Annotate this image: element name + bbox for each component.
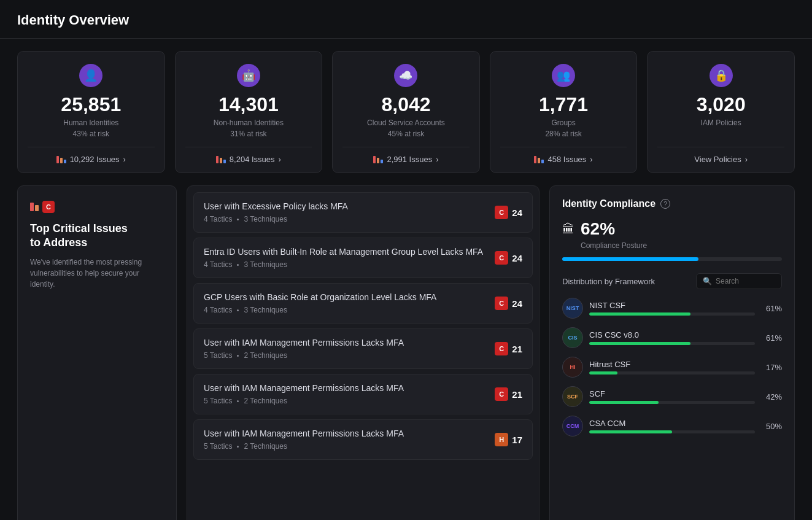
severity-badge: C [495, 206, 508, 219]
issue-meta: 4 Tactics 3 Techniques [204, 306, 495, 314]
framework-info-cis: CIS CSC v8.0 [589, 330, 755, 345]
issue-title: GCP Users with Basic Role at Organizatio… [204, 292, 495, 302]
framework-item-cis[interactable]: CIS CIS CSC v8.0 61% [562, 327, 782, 348]
issue-item[interactable]: GCP Users with Basic Role at Organizatio… [193, 283, 533, 324]
stat-issues-label-human: 10,292 Issues [70, 155, 120, 164]
issue-item[interactable]: User with IAM Management Permissions Lac… [193, 419, 533, 460]
issues-panel: User with Excessive Policy lacks MFA 4 T… [187, 185, 539, 520]
dot-icon [237, 219, 239, 220]
issue-techniques: 2 Techniques [244, 442, 287, 451]
framework-item-nist[interactable]: NIST NIST CSF 61% [562, 298, 782, 319]
issue-count: 24 [512, 253, 522, 263]
search-input[interactable] [716, 277, 775, 285]
issue-tactics: 4 Tactics [204, 215, 232, 223]
stat-number-iam: 3,020 [697, 93, 746, 116]
issue-meta: 5 Tactics 2 Techniques [204, 351, 495, 360]
stat-issues-label-groups: 458 Issues [547, 155, 586, 164]
stat-number-human: 25,851 [61, 93, 121, 116]
stat-issues-iam[interactable]: View Policies › [694, 155, 748, 164]
stat-divider-iam [657, 147, 784, 147]
compliance-score: 62% [581, 219, 615, 239]
stat-divider-non-human [185, 147, 312, 147]
issue-title: User with IAM Management Permissions Lac… [204, 338, 495, 347]
framework-info-csa: CSA CCM [589, 419, 755, 433]
issue-left: User with Excessive Policy lacks MFA 4 T… [204, 201, 495, 223]
search-icon: 🔍 [703, 277, 712, 285]
issue-meta: 4 Tactics 3 Techniques [204, 215, 495, 223]
issue-tactics: 5 Tactics [204, 397, 232, 405]
framework-name-nist: NIST CSF [589, 301, 755, 310]
issue-title: User with Excessive Policy lacks MFA [204, 201, 495, 211]
stat-card-non-human[interactable]: 🤖 14,301 Non-human Identities 31% at ris… [175, 51, 323, 173]
stat-divider-groups [500, 147, 627, 147]
issue-techniques: 2 Techniques [244, 397, 287, 405]
stat-label-cloud: Cloud Service Accounts [367, 118, 445, 127]
stat-icon-non-human: 🤖 [237, 64, 260, 87]
stat-issues-cloud[interactable]: 2,991 Issues › [373, 155, 438, 164]
stat-issues-non-human[interactable]: 8,204 Issues › [216, 155, 281, 164]
framework-info-hitrust: Hitrust CSF [589, 360, 755, 374]
framework-logo-nist: NIST [562, 298, 583, 319]
stat-number-non-human: 14,301 [218, 93, 279, 116]
framework-item-hitrust[interactable]: HI Hitrust CSF 17% [562, 357, 782, 378]
stat-card-groups[interactable]: 👥 1,771 Groups 28% at risk 458 Issues › [490, 51, 638, 173]
issue-badge: C 24 [495, 251, 522, 265]
framework-pct-csa: 50% [761, 422, 782, 431]
compliance-title: Identity Compliance [562, 198, 655, 209]
stat-icon-groups: 👥 [552, 64, 575, 87]
issue-count: 21 [512, 389, 522, 400]
issue-techniques: 3 Techniques [244, 260, 287, 269]
building-icon: 🏛 [562, 222, 574, 236]
stat-label-non-human: Non-human Identities [214, 118, 284, 127]
stat-card-cloud[interactable]: ☁️ 8,042 Cloud Service Accounts 45% at r… [332, 51, 480, 173]
badge-bars-icon [30, 203, 39, 211]
compliance-header: Identity Compliance ? [562, 198, 782, 209]
critical-badge: C [30, 201, 164, 213]
dot-icon [237, 446, 239, 448]
search-box[interactable]: 🔍 [696, 273, 782, 289]
issue-tactics: 4 Tactics [204, 260, 232, 269]
issue-item[interactable]: Entra ID Users with Built-In Role at Man… [193, 238, 533, 278]
compliance-posture-label: Compliance Posture [562, 241, 782, 250]
main-content: C Top Critical Issuesto Address We've id… [0, 185, 812, 520]
issue-meta: 5 Tactics 2 Techniques [204, 442, 495, 451]
stat-card-human[interactable]: 👤 25,851 Human Identities 43% at risk 10… [17, 51, 165, 173]
issue-meta: 4 Tactics 3 Techniques [204, 260, 495, 269]
severity-badge: C [495, 297, 508, 310]
issues-arrow-icon: › [745, 155, 748, 164]
framework-item-csa[interactable]: CCM CSA CCM 50% [562, 416, 782, 437]
issue-left: GCP Users with Basic Role at Organizatio… [204, 292, 495, 314]
compliance-panel: Identity Compliance ? 🏛 62% Compliance P… [549, 185, 795, 520]
issues-bar-icon [216, 156, 226, 163]
framework-name-scf: SCF [589, 389, 755, 398]
issue-meta: 5 Tactics 2 Techniques [204, 397, 495, 405]
dot-icon [237, 309, 239, 311]
issue-badge: C 21 [495, 342, 522, 355]
stat-number-cloud: 8,042 [381, 93, 430, 116]
issue-item[interactable]: User with IAM Management Permissions Lac… [193, 374, 533, 414]
left-panel-description: We've identified the most pressing vulne… [30, 257, 164, 520]
framework-name-cis: CIS CSC v8.0 [589, 330, 755, 340]
compliance-bar-fill [562, 257, 698, 261]
distribution-label: Distribution by Framework [562, 277, 655, 286]
issue-item[interactable]: User with Excessive Policy lacks MFA 4 T… [193, 192, 533, 233]
framework-info-scf: SCF [589, 389, 755, 404]
stat-card-iam[interactable]: 🔒 3,020 IAM Policies View Policies › [647, 51, 795, 173]
stat-risk-groups: 28% at risk [545, 130, 581, 138]
stat-issues-groups[interactable]: 458 Issues › [534, 155, 592, 164]
issue-badge: C 21 [495, 387, 522, 401]
page-header: Identity Overview [0, 0, 812, 39]
stat-label-groups: Groups [551, 118, 575, 127]
bar-orange-icon [35, 205, 39, 211]
issue-count: 21 [512, 344, 522, 354]
framework-bar-fill-nist [589, 312, 690, 316]
stat-issues-label-iam: View Policies [694, 155, 741, 164]
help-icon[interactable]: ? [660, 199, 670, 209]
issues-bar-icon [373, 156, 383, 163]
framework-pct-hitrust: 17% [761, 363, 782, 372]
stat-icon-iam: 🔒 [710, 64, 733, 87]
issue-item[interactable]: User with IAM Management Permissions Lac… [193, 328, 533, 369]
stat-icon-human: 👤 [79, 64, 102, 87]
stat-issues-human[interactable]: 10,292 Issues › [56, 155, 126, 164]
framework-item-scf[interactable]: SCF SCF 42% [562, 386, 782, 407]
